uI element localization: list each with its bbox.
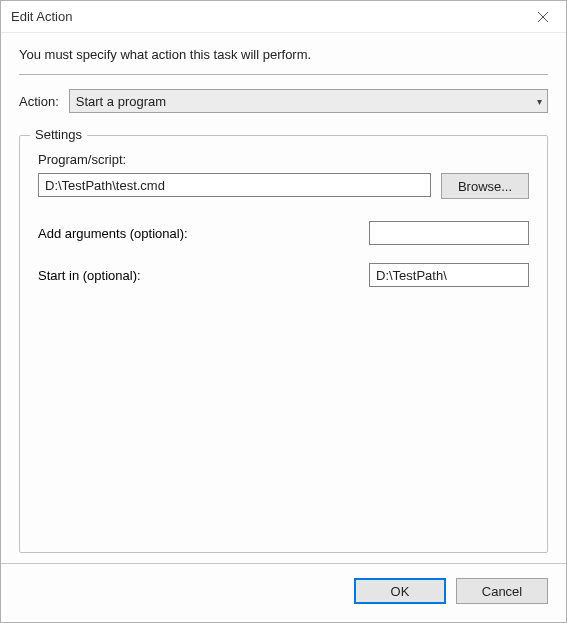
titlebar: Edit Action [1, 1, 566, 33]
action-row: Action: Start a program ▾ [19, 89, 548, 113]
startin-row: Start in (optional): [38, 263, 529, 287]
arguments-input[interactable] [369, 221, 529, 245]
cancel-button[interactable]: Cancel [456, 578, 548, 604]
close-icon [538, 12, 548, 22]
settings-legend: Settings [30, 127, 87, 142]
ok-button[interactable]: OK [354, 578, 446, 604]
action-combo-wrap: Start a program ▾ [69, 89, 548, 113]
program-script-label: Program/script: [38, 152, 529, 167]
close-button[interactable] [520, 1, 566, 33]
instruction-text: You must specify what action this task w… [19, 47, 548, 62]
divider [19, 74, 548, 75]
program-script-input[interactable] [38, 173, 431, 197]
arguments-label: Add arguments (optional): [38, 226, 188, 241]
arguments-row: Add arguments (optional): [38, 221, 529, 245]
program-row: Browse... [38, 173, 529, 199]
dialog-content: You must specify what action this task w… [1, 33, 566, 563]
browse-button[interactable]: Browse... [441, 173, 529, 199]
action-dropdown[interactable]: Start a program [69, 89, 548, 113]
startin-label: Start in (optional): [38, 268, 141, 283]
startin-input[interactable] [369, 263, 529, 287]
action-label: Action: [19, 94, 59, 109]
dialog-footer: OK Cancel [1, 563, 566, 622]
edit-action-dialog: Edit Action You must specify what action… [0, 0, 567, 623]
settings-fieldset: Settings Program/script: Browse... Add a… [19, 135, 548, 553]
window-title: Edit Action [11, 9, 72, 24]
